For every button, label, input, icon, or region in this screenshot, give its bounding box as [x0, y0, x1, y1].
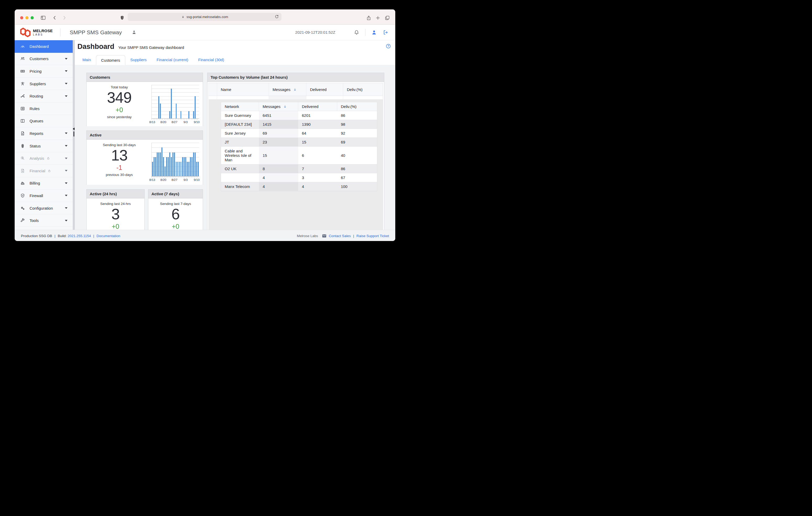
chart-bar	[152, 162, 153, 176]
sidebar-item-suppliers[interactable]: Suppliers	[14, 78, 73, 90]
chart-bar	[169, 111, 170, 118]
sidebar-item-analysis[interactable]: Analysis	[14, 152, 73, 165]
forward-icon[interactable]	[61, 14, 68, 21]
lock-icon	[182, 16, 183, 17]
sidebar-item-tools[interactable]: Tools	[14, 214, 73, 227]
build-version-link[interactable]: 2021.255.1154	[67, 234, 91, 238]
column-header-name[interactable]: Name	[217, 83, 269, 96]
chart-bar	[190, 157, 191, 176]
column-header-messages[interactable]: Messages	[259, 102, 298, 111]
melrose-labs-logo[interactable]: MELROSE LABS	[20, 27, 53, 37]
sidebar-item-customers[interactable]: Customers	[14, 53, 73, 65]
cell-network: Sure Guernsey	[221, 111, 259, 120]
notifications-bell-icon[interactable]	[353, 29, 360, 36]
table-row[interactable]: 4367	[221, 173, 377, 182]
chart-bar	[185, 157, 186, 176]
column-header-deliv-pct[interactable]: Deliv.(%)	[343, 83, 383, 96]
dashboard-tabs: MainCustomersSuppliersFinancial (current…	[78, 55, 392, 65]
chart-bar	[155, 157, 156, 176]
chart-plot-area	[151, 143, 199, 177]
sidebar-item-label: Analysis	[30, 156, 44, 160]
sidebar-item-pricing[interactable]: Pricing	[14, 65, 73, 78]
tab-customers[interactable]: Customers	[96, 55, 125, 65]
tab-main[interactable]: Main	[78, 55, 96, 65]
cell-messages: 1415	[259, 120, 298, 129]
sidebar-item-label: Suppliers	[30, 82, 46, 86]
chevron-down-icon	[65, 132, 67, 134]
sidebar-item-queues[interactable]: Queues	[14, 115, 73, 127]
metric-label: Total today	[87, 85, 152, 89]
table-row[interactable]: JT231569	[221, 138, 377, 147]
column-header-network[interactable]: Network	[221, 102, 259, 111]
contact-sales-link[interactable]: Contact Sales	[329, 234, 351, 238]
new-tab-icon[interactable]	[374, 14, 381, 21]
tab-financial-30d[interactable]: Financial (30d)	[193, 55, 229, 65]
sidebar-item-firewall[interactable]: Firewall	[14, 189, 73, 202]
table-row[interactable]: Manx Telecom44100	[221, 182, 377, 191]
brand-name: MELROSE	[33, 29, 53, 33]
sidebar-item-billing[interactable]: Billing	[14, 177, 73, 190]
documentation-link[interactable]: Documentation	[96, 234, 120, 238]
cell-network: Cable and Wireless Isle of Man	[221, 147, 259, 164]
metric-value: 13	[87, 147, 152, 163]
sidebar-collapse-icon[interactable]	[73, 127, 75, 130]
x-axis-tick-label: 9/3	[183, 121, 187, 124]
sidebar-item-dashboard[interactable]: Dashboard	[14, 40, 73, 53]
chart-bar	[157, 152, 158, 176]
cell-deliv-pct: 69	[337, 138, 377, 146]
tab-suppliers[interactable]: Suppliers	[125, 55, 152, 65]
logout-icon[interactable]	[382, 29, 389, 36]
sidebar-item-configuration[interactable]: Configuration	[14, 202, 73, 215]
table-row[interactable]: Cable and Wireless Isle of Man15640	[221, 147, 377, 164]
brand-sub: LABS	[33, 33, 53, 36]
sidebar-item-routing[interactable]: Routing	[14, 90, 73, 102]
column-header-deliv-pct[interactable]: Deliv.(%)	[337, 102, 377, 111]
refresh-icon[interactable]	[274, 14, 280, 20]
cell-deliv-pct: 100	[337, 182, 377, 191]
sidebar-item-label: Firewall	[30, 193, 43, 198]
browser-chrome: ssg-portal.melroselabs.com	[14, 9, 395, 25]
sidebar-item-financial[interactable]: Financial	[14, 165, 73, 177]
tab-financial-current[interactable]: Financial (current)	[152, 55, 193, 65]
metric-sublabel: since yesterday	[87, 115, 152, 119]
rules-icon	[20, 106, 25, 111]
sidebar-item-label: Pricing	[30, 69, 41, 73]
table-row[interactable]: Sure Guernsey6451620186	[221, 111, 377, 120]
minimize-window-button[interactable]	[25, 16, 29, 19]
pricing-icon	[20, 68, 25, 74]
help-icon[interactable]: ?	[385, 43, 391, 50]
content-scrollbar-thumb[interactable]	[74, 131, 74, 136]
tab-overview-icon[interactable]	[384, 14, 390, 21]
chart-bar	[179, 162, 180, 176]
table-row[interactable]: O2 UK8786	[221, 164, 377, 173]
chart-bar	[184, 157, 185, 176]
customers-card-title: Customers	[87, 73, 203, 82]
column-header-delivered[interactable]: Delivered	[298, 102, 337, 111]
sidebar-resize-gutter[interactable]	[73, 40, 75, 230]
sidebar-item-label: Rules	[30, 107, 39, 111]
sidebar-item-reports[interactable]: Reports	[14, 127, 73, 140]
raise-support-ticket-link[interactable]: Raise Support Ticket	[356, 234, 389, 238]
sidebar-item-status[interactable]: Status	[14, 140, 73, 152]
sidebar-item-rules[interactable]: Rules	[14, 102, 73, 115]
suppliers-icon	[20, 81, 25, 86]
user-account-icon[interactable]	[370, 29, 378, 36]
header-divider	[60, 29, 60, 36]
metric-value: 3	[87, 206, 144, 222]
close-window-button[interactable]	[20, 16, 23, 19]
zoom-window-button[interactable]	[31, 16, 34, 19]
sidebar-toggle-icon[interactable]	[40, 14, 47, 21]
active-24hrs-card: Active (24 hrs) Sending last 24-hrs 3 +0	[86, 189, 145, 230]
metric-delta: +0	[148, 223, 203, 230]
share-icon[interactable]	[365, 14, 372, 21]
chart-bar	[162, 147, 163, 176]
table-row[interactable]	[209, 96, 383, 99]
privacy-shield-icon[interactable]	[119, 14, 125, 21]
back-icon[interactable]	[51, 14, 58, 21]
table-row[interactable]: [DEFAULT 234]1415139098	[221, 120, 377, 129]
sidebar-item-label: Dashboard	[30, 44, 49, 49]
table-row[interactable]: Sure Jersey696492	[221, 129, 377, 138]
url-bar[interactable]: ssg-portal.melroselabs.com	[128, 13, 282, 21]
column-header-delivered[interactable]: Delivered	[306, 83, 343, 96]
column-header-messages[interactable]: Messages	[269, 83, 306, 96]
